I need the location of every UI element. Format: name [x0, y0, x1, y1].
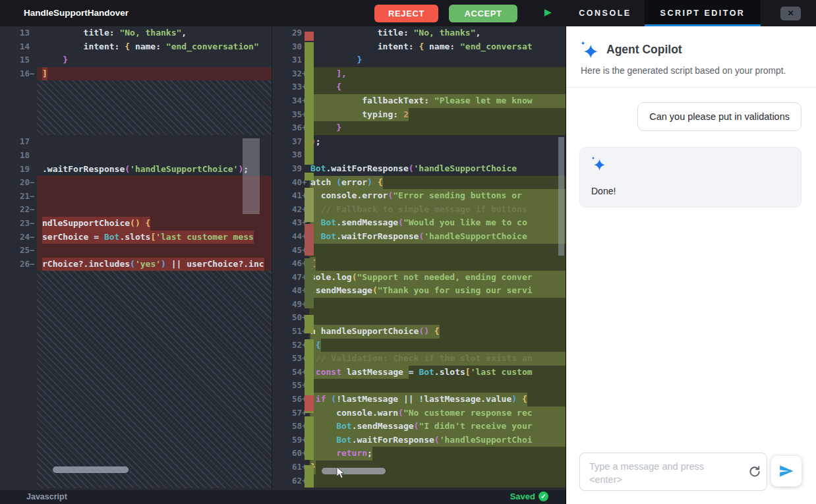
- original-code-pane: 13 title: "No, thanks",14 intent: { name…: [0, 26, 272, 490]
- line-number: 23−: [0, 217, 37, 231]
- code-line[interactable]: 22−: [0, 203, 272, 217]
- window-title: HandleSupportHandover: [24, 8, 129, 18]
- code-line[interactable]: 18: [0, 149, 272, 163]
- code-line[interactable]: 58+ Bot.sendMessage("I didn't receive yo…: [272, 420, 566, 434]
- save-status-label: Saved: [510, 491, 535, 501]
- overview-ruler: [303, 26, 315, 490]
- code-line[interactable]: 49+: [272, 298, 566, 312]
- collapsed-region: [0, 271, 272, 488]
- left-horizontal-scrollbar[interactable]: [53, 466, 129, 473]
- agent-message-bubble: Done!: [579, 147, 801, 208]
- code-line[interactable]: 17: [0, 135, 272, 149]
- line-number: 16−: [0, 67, 37, 81]
- diff-overview-mark: [305, 224, 314, 256]
- right-vertical-scrollbar[interactable]: [243, 138, 260, 214]
- code-line[interactable]: 46+{: [272, 257, 566, 271]
- language-label: Javascript: [26, 492, 67, 501]
- code-line[interactable]: 43+ Bot.sendMessage("Would you like me t…: [272, 216, 566, 230]
- code-line[interactable]: 38: [272, 148, 566, 162]
- diff-overview-mark: [305, 315, 314, 333]
- line-number: 26−: [0, 258, 37, 271]
- copilot-subtitle: Here is the generated script based on yo…: [581, 65, 798, 78]
- code-line[interactable]: 48+.sendMessage("Thank you for using our…: [272, 284, 566, 298]
- diff-overview-mark: [305, 173, 314, 181]
- line-number: 19: [0, 163, 37, 177]
- editor-status-bar: Javascript Saved ✓: [0, 490, 566, 504]
- reject-button[interactable]: REJECT: [374, 5, 438, 22]
- diff-overview-mark: [305, 188, 314, 222]
- code-line[interactable]: 33+ {: [272, 80, 566, 94]
- line-number: 15: [0, 53, 37, 67]
- code-line[interactable]: 50+: [272, 311, 566, 325]
- mouse-cursor: [336, 466, 346, 480]
- tab-console[interactable]: CONSOLE: [566, 0, 645, 26]
- copilot-title: Agent Copilot: [606, 43, 682, 57]
- copilot-header: Agent Copilot Here is the generated scri…: [566, 26, 816, 78]
- code-line[interactable]: 14 intent: { name: "end_conversation": [0, 40, 272, 54]
- modified-code-pane: 29 title: "No, thanks",30 intent: { name…: [272, 26, 566, 490]
- message-input-wrapper: [579, 453, 767, 491]
- code-line[interactable]: 44+ Bot.waitForResponse('handleSupportCh…: [272, 230, 566, 244]
- code-line[interactable]: 54+ const lastMessage = Bot.slots['last …: [272, 366, 566, 379]
- code-line[interactable]: 57+ console.warn("No customer response r…: [272, 406, 566, 420]
- diff-editor: 13 title: "No, thanks",14 intent: { name…: [0, 26, 566, 490]
- code-line[interactable]: 52+ {: [272, 339, 566, 352]
- code-line[interactable]: 51+n handleSupportChoice() {: [272, 325, 566, 339]
- tab-script-editor[interactable]: SCRIPT EDITOR: [645, 0, 761, 26]
- user-message-bubble: Can you please put in validations: [637, 102, 801, 131]
- code-line[interactable]: 61+}: [272, 461, 566, 474]
- code-line[interactable]: 19.waitForResponse('handleSupportChoice'…: [0, 163, 272, 177]
- code-line[interactable]: 35+ typing: 2: [272, 108, 566, 122]
- code-line[interactable]: 16−]: [0, 67, 272, 81]
- code-line[interactable]: 26−rChoice?.includes('yes') || userChoic…: [0, 258, 272, 271]
- code-line[interactable]: 42+ // Fallback to simple message if but…: [272, 203, 566, 217]
- diff-overview-mark: [305, 395, 314, 411]
- code-line[interactable]: 60+ return;: [272, 447, 566, 461]
- code-line[interactable]: 29 title: "No, thanks",: [272, 26, 566, 40]
- code-line[interactable]: 34+ fallbackText: "Please let me know: [272, 94, 566, 108]
- line-number: 14: [0, 40, 37, 54]
- close-icon[interactable]: ✕: [780, 7, 801, 20]
- message-input[interactable]: [588, 459, 736, 488]
- code-line[interactable]: 31 }: [272, 53, 566, 67]
- code-line[interactable]: 25−: [0, 244, 272, 258]
- code-line[interactable]: 53+ // Validation: Check if the slot exi…: [272, 352, 566, 366]
- code-line[interactable]: 41+ console.error("Error sending buttons…: [272, 189, 566, 203]
- code-line[interactable]: 59+ Bot.waitForResponse('handleSupportCh…: [272, 434, 566, 447]
- line-number: 21−: [0, 190, 37, 204]
- code-line[interactable]: 23−ndleSupportChoice() {: [0, 217, 272, 231]
- code-line[interactable]: 20−: [0, 176, 272, 190]
- collapsed-region: [0, 80, 272, 135]
- code-line[interactable]: 13 title: "No, thanks",: [0, 26, 272, 40]
- code-line[interactable]: 40+atch (error) {: [272, 176, 566, 190]
- code-line[interactable]: 47+sole.log("Support not needed, ending …: [272, 271, 566, 285]
- line-number: 25−: [0, 244, 37, 258]
- save-status: Saved ✓: [510, 491, 548, 501]
- line-number: 20−: [0, 176, 37, 190]
- code-line[interactable]: 30 intent: { name: "end_conversat: [272, 40, 566, 54]
- refresh-icon[interactable]: [748, 465, 761, 478]
- right-horizontal-scrollbar[interactable]: [322, 468, 386, 474]
- code-line[interactable]: 36+ }: [272, 121, 566, 135]
- code-line[interactable]: 21−: [0, 190, 272, 204]
- code-line[interactable]: 37);: [272, 135, 566, 149]
- code-line[interactable]: 45+: [272, 244, 566, 258]
- code-line[interactable]: 32+ ],: [272, 67, 566, 81]
- send-button[interactable]: [771, 455, 802, 487]
- line-number: 24−: [0, 231, 37, 244]
- agent-message-text: Done!: [591, 186, 790, 196]
- code-line[interactable]: 24−serChoice = Bot.slots['last customer …: [0, 231, 272, 244]
- code-line[interactable]: 56+ if (!lastMessage || !lastMessage.val…: [272, 393, 566, 406]
- sparkle-icon: [591, 156, 606, 171]
- top-bar: HandleSupportHandover REJECT ACCEPT ▶ CO…: [0, 0, 816, 26]
- sparkle-icon: [581, 41, 598, 59]
- left-vertical-scrollbar[interactable]: [558, 137, 564, 256]
- code-line[interactable]: 39Bot.waitForResponse('handleSupportChoi…: [272, 162, 566, 176]
- code-line[interactable]: 55+: [272, 379, 566, 393]
- code-line[interactable]: 62+: [272, 474, 566, 488]
- divider: [566, 87, 816, 88]
- diff-overview-mark: [305, 32, 314, 41]
- run-icon[interactable]: ▶: [544, 7, 552, 17]
- code-line[interactable]: 15 }: [0, 53, 272, 67]
- accept-button[interactable]: ACCEPT: [449, 5, 517, 22]
